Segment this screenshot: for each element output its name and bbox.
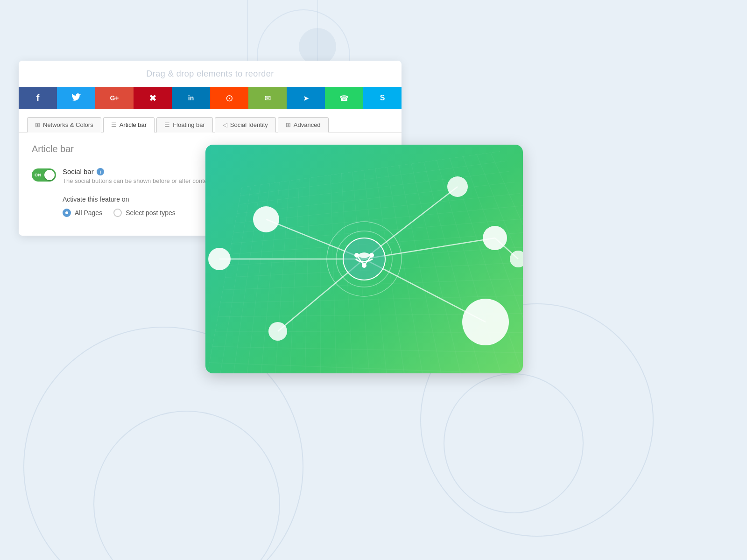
tab-article-bar-label: Article bar <box>120 121 147 128</box>
drag-drop-header: Drag & drop elements to reorder <box>19 61 402 87</box>
info-icon[interactable]: i <box>97 168 104 175</box>
facebook-btn[interactable]: f <box>19 87 57 109</box>
social-bar-toggle[interactable]: ON <box>32 168 56 182</box>
skype-icon: S <box>380 94 385 102</box>
article-bar-tab-icon: ☰ <box>111 121 117 128</box>
tab-floating-bar[interactable]: ☰ Floating bar <box>156 117 213 133</box>
social-identity-tab-icon: ◁ <box>223 121 227 128</box>
svg-point-15 <box>208 248 231 270</box>
social-buttons-bar: f G+ ✖ in ⊙ ✉ ➤ ☎ S <box>19 87 402 109</box>
advanced-tab-icon: ⊞ <box>286 121 291 128</box>
drag-drop-text: Drag & drop elements to reorder <box>146 69 274 78</box>
tab-networks-colors[interactable]: ⊞ Networks & Colors <box>27 117 101 133</box>
toggle-knob <box>44 170 55 180</box>
radio-all-pages-label: All Pages <box>75 209 102 217</box>
reddit-btn[interactable]: ⊙ <box>210 87 248 109</box>
pinterest-icon: ✖ <box>149 92 157 104</box>
linkedin-icon: in <box>188 94 194 102</box>
tab-advanced-label: Advanced <box>294 121 321 128</box>
floating-bar-tab-icon: ☰ <box>164 121 170 128</box>
whatsapp-icon: ☎ <box>339 94 349 103</box>
linkedin-btn[interactable]: in <box>172 87 210 109</box>
toggle-on-label: ON <box>35 173 42 177</box>
reddit-icon: ⊙ <box>226 92 233 104</box>
email-btn[interactable]: ✉ <box>248 87 287 109</box>
bg-decoration-circle-4 <box>444 373 584 513</box>
tab-advanced[interactable]: ⊞ Advanced <box>278 117 329 133</box>
social-bar-label: Social bar <box>63 168 94 175</box>
googleplus-icon: G+ <box>110 94 119 102</box>
networks-colors-tab-icon: ⊞ <box>35 121 40 128</box>
svg-point-17 <box>447 176 468 197</box>
svg-point-10 <box>344 238 385 280</box>
radio-select-post-types-label: Select post types <box>126 209 176 217</box>
telegram-btn[interactable]: ➤ <box>287 87 325 109</box>
tabs-row: ⊞ Networks & Colors ☰ Article bar ☰ Floa… <box>19 109 402 133</box>
pinterest-btn[interactable]: ✖ <box>134 87 172 109</box>
tab-floating-bar-label: Floating bar <box>173 121 205 128</box>
email-icon: ✉ <box>265 94 271 103</box>
svg-point-16 <box>268 322 287 341</box>
radio-all-pages[interactable]: All Pages <box>63 209 102 217</box>
tab-social-identity-label: Social Identity <box>230 121 268 128</box>
radio-all-pages-circle[interactable] <box>63 209 71 217</box>
googleplus-btn[interactable]: G+ <box>95 87 134 109</box>
toggle-track[interactable]: ON <box>32 168 56 182</box>
green-card-inner <box>205 145 523 373</box>
tab-social-identity[interactable]: ◁ Social Identity <box>215 117 276 133</box>
twitter-icon <box>71 93 81 103</box>
green-network-card <box>205 145 523 373</box>
telegram-icon: ➤ <box>303 94 309 103</box>
radio-select-post-types-circle[interactable] <box>113 209 122 217</box>
tab-networks-colors-label: Networks & Colors <box>43 121 93 128</box>
twitter-btn[interactable] <box>57 87 95 109</box>
whatsapp-btn[interactable]: ☎ <box>325 87 363 109</box>
svg-point-19 <box>462 299 509 345</box>
network-svg <box>205 145 523 373</box>
svg-point-14 <box>253 206 279 232</box>
facebook-icon: f <box>36 93 40 104</box>
skype-btn[interactable]: S <box>363 87 402 109</box>
tab-article-bar[interactable]: ☰ Article bar <box>103 117 155 133</box>
radio-select-post-types[interactable]: Select post types <box>113 209 176 217</box>
svg-point-18 <box>483 226 507 250</box>
